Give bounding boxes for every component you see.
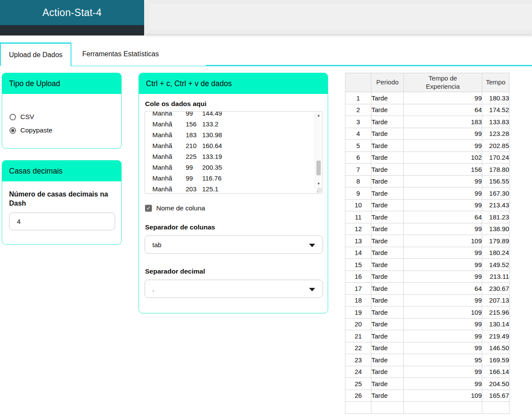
table-row: 22Tarde99146.50 [345,342,509,354]
table-row: 7Tarde156178.80 [345,164,509,176]
table-row: 3Tarde183133.83 [345,116,509,128]
table-row: 12Tarde99138.90 [345,223,509,235]
table-row: 1Tarde99180.33 [345,92,509,104]
app-title: Action-Stat-4 [42,7,102,19]
upload-type-options: CSV Copypaste [2,94,121,135]
decimal-separator-label: Separador decimal [145,268,328,276]
paste-card-header: Ctrl + c, Ctrl + v de dados [139,73,328,94]
column-name-checkbox-label: Nome de coluna [156,204,205,212]
paste-textarea-content: Manhã99144.49Manhã156133.2Manhã183130.98… [152,111,315,194]
radio-copypaste-icon[interactable] [10,127,16,134]
table-row: 13Tarde109179.89 [345,235,509,247]
table-row: 26Tarde109165.67 [345,390,509,402]
paste-textarea-label: Cole os dados aqui [145,100,328,108]
paste-card-title: Ctrl + c, Ctrl + v de dados [146,79,232,88]
paste-card: Ctrl + c, Ctrl + v de dados Cole os dado… [139,73,328,313]
table-row: 18Tarde99207.13 [345,294,509,306]
table-row: 14Tarde99180.24 [345,247,509,259]
column-header-index [345,73,371,92]
upload-type-card: Tipo de Upload CSV Copypaste [2,73,122,148]
tab-upload-label: Upload de Dados [9,51,63,59]
table-row: 21Tarde99219.49 [345,330,509,342]
column-separator-value: tab [152,241,161,248]
textarea-line: Manhã99116.76 [152,173,315,184]
table-row: 5Tarde99202.85 [345,140,509,152]
radio-option-copypaste[interactable]: Copypaste [10,126,121,135]
textarea-scrollbar[interactable]: ▲ ▼ [315,112,322,187]
table-row: 4Tarde99123.28 [345,128,509,140]
data-table: Periodo Tempo de Experiencia Tempo 1Tard… [345,73,509,414]
textarea-resize-grip-icon[interactable] [317,188,322,193]
table-row: 23Tarde95169.59 [345,354,509,366]
column-header-tempo: Tempo [482,73,509,92]
table-row: 17Tarde64230.67 [345,283,509,295]
decimal-separator-value: . [152,285,154,293]
scrollbar-thumb[interactable] [316,161,321,175]
table-row: 19Tarde109215.96 [345,306,509,319]
radio-copypaste-label: Copypaste [20,126,52,134]
textarea-line: Manhã183130.98 [152,129,315,140]
radio-csv-icon[interactable] [10,114,16,120]
paste-textarea[interactable]: Manhã99144.49Manhã156133.2Manhã183130.98… [145,111,323,194]
table-row: 10Tarde99213.43 [345,199,509,211]
upload-type-card-header: Tipo de Upload [2,73,121,94]
upload-type-card-title: Tipo de Upload [9,79,60,88]
table-row: 6Tarde102170.24 [345,152,509,164]
decimals-card: Casas decimais Número de casas decimais … [2,160,122,245]
decimals-input[interactable]: 4 [9,213,115,230]
decimals-input-label: Número de casas decimais na Dash [9,190,114,208]
tab-ferramentas-label: Ferramentas Estatísticas [82,50,159,58]
textarea-line: Manhã203125.1 [152,184,315,194]
app-header: Action-Stat-4 [0,0,144,25]
tab-ferramentas-estatisticas[interactable]: Ferramentas Estatísticas [71,42,206,66]
tab-upload-de-dados[interactable]: Upload de Dados [0,42,71,66]
table-row: 11Tarde64181.23 [345,211,509,223]
header-gray-panel [145,0,532,34]
textarea-line: Manhã99200.35 [152,162,315,173]
decimals-card-header: Casas decimais [2,161,121,181]
table-row: 9Tarde99167.30 [345,187,509,200]
table-row: 25Tarde99204.50 [345,378,509,390]
textarea-line: Manhã210160.64 [152,140,315,151]
column-separator-select[interactable]: tab [145,235,323,254]
table-row: 15Tarde99149.52 [345,259,509,271]
data-table-header: Periodo Tempo de Experiencia Tempo [345,73,509,92]
column-name-checkbox-row[interactable]: ✓ Nome de coluna [145,204,328,213]
table-row: 16Tarde99213.11 [345,271,509,283]
radio-option-csv[interactable]: CSV [10,112,121,122]
scrollbar-up-icon[interactable]: ▲ [315,112,322,119]
app-window: Action-Stat-4 Upload de Dados Ferramenta… [0,0,532,416]
table-row: 8Tarde99156.55 [345,175,509,187]
scrollbar-down-icon[interactable]: ▼ [315,181,322,187]
textarea-line: Manhã156133.2 [152,119,315,129]
radio-csv-label: CSV [20,113,34,121]
checkbox-checked-icon[interactable]: ✓ [145,205,152,212]
column-header-tempo-experiencia: Tempo de Experiencia [404,73,482,92]
decimals-input-value: 4 [17,218,21,226]
table-row: 20Tarde99130.14 [345,318,509,330]
table-row-partial [345,402,509,414]
chevron-down-icon [309,288,315,291]
table-row: 24Tarde99166.14 [345,366,509,378]
table-row: 2Tarde64174.52 [345,104,509,116]
decimal-separator-select[interactable]: . [145,280,323,298]
chevron-down-icon [309,244,315,247]
header-dark-strip [0,25,144,35]
decimals-card-title: Casas decimais [9,167,63,176]
column-header-periodo: Periodo [371,73,404,92]
column-separator-label: Separador de colunas [145,223,328,232]
header-gray-panel-inner [149,3,532,30]
textarea-line: Manhã99144.49 [152,111,315,119]
textarea-line: Manhã225133.19 [152,151,315,162]
